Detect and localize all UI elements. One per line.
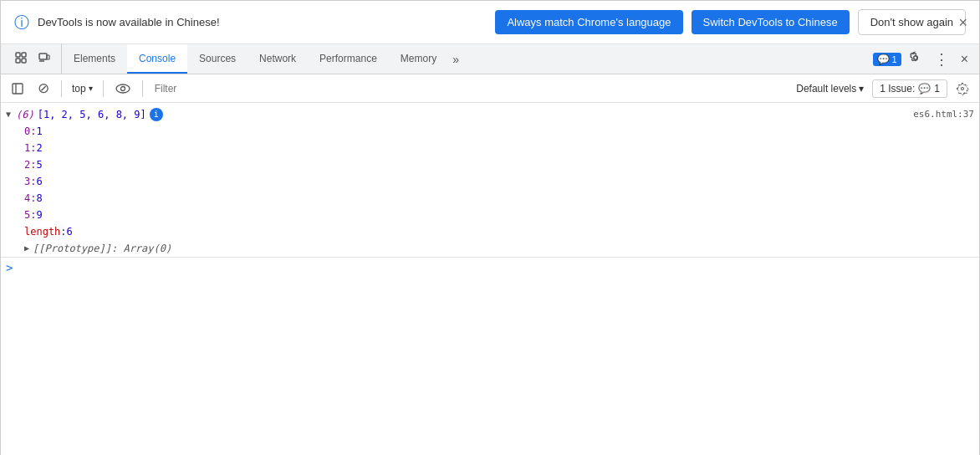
array-item-1: 1: 2: [1, 140, 979, 156]
notification-bar: ⓘ DevTools is now available in Chinese! …: [1, 1, 979, 44]
issues-button[interactable]: 1 Issue: 💬 1: [872, 79, 947, 98]
message-badge-count: 1: [892, 54, 897, 64]
tab-performance[interactable]: Performance: [308, 44, 389, 74]
issue-icon: 💬: [918, 83, 931, 95]
console-array-row: ▼ (6) [1, 2, 5, 6, 8, 9] i es6.html:37: [1, 106, 979, 123]
dont-show-again-button[interactable]: Don't show again: [858, 9, 966, 35]
clear-console-button[interactable]: ⊘: [33, 77, 54, 100]
console-area: ⊘ top ▾ Default levels ▾ 1: [1, 74, 979, 455]
sidebar-toggle-button[interactable]: [6, 79, 29, 98]
more-options-button[interactable]: ⋮: [930, 48, 953, 71]
tab-right-controls: 💬 1 ⋮ ×: [873, 48, 976, 71]
console-output: ▼ (6) [1, 2, 5, 6, 8, 9] i es6.html:37 0…: [1, 103, 979, 455]
toolbar-separator: [61, 80, 62, 97]
svg-point-9: [116, 84, 130, 93]
console-settings-button[interactable]: [951, 79, 974, 98]
array-item-5: 5: 9: [1, 207, 979, 223]
array-prototype: ▶ [[Prototype]]: Array(0): [1, 240, 979, 257]
svg-rect-4: [39, 54, 47, 59]
filter-container: [150, 81, 789, 96]
prototype-expand-arrow[interactable]: ▶: [24, 241, 29, 256]
context-dropdown-icon: ▾: [89, 84, 93, 93]
tab-elements[interactable]: Elements: [62, 44, 127, 74]
message-badge-icon: 💬: [877, 54, 890, 65]
info-icon: ⓘ: [14, 13, 29, 33]
settings-button[interactable]: [905, 49, 926, 70]
array-item-2: 2: 5: [1, 156, 979, 173]
issue-count: 1: [934, 83, 940, 95]
switch-to-chinese-button[interactable]: Switch DevTools to Chinese: [692, 10, 850, 34]
info-badge[interactable]: i: [150, 108, 163, 121]
more-tabs-button[interactable]: »: [448, 50, 463, 69]
svg-rect-5: [47, 55, 49, 59]
array-length: length: 6: [1, 223, 979, 240]
tab-memory[interactable]: Memory: [389, 44, 448, 74]
source-link[interactable]: es6.html:37: [896, 107, 974, 122]
context-selector[interactable]: top ▾: [69, 81, 96, 96]
svg-rect-3: [22, 59, 26, 63]
notification-text: DevTools is now available in Chinese!: [38, 16, 487, 28]
svg-point-10: [120, 86, 125, 90]
array-summary: (6): [16, 107, 34, 122]
toolbar-separator-3: [142, 80, 143, 97]
toolbar-separator-2: [103, 80, 104, 97]
tab-sources[interactable]: Sources: [187, 44, 248, 74]
close-devtools-button[interactable]: ×: [957, 49, 972, 69]
array-item-3: 3: 6: [1, 173, 979, 190]
array-item-0: 0: 1: [1, 123, 979, 140]
svg-rect-7: [13, 84, 23, 94]
eye-toggle-button[interactable]: [110, 80, 135, 97]
tab-console[interactable]: Console: [127, 44, 187, 74]
tab-network[interactable]: Network: [248, 44, 308, 74]
cursor-icon-button[interactable]: [11, 49, 31, 69]
device-toolbar-icon-button[interactable]: [34, 49, 54, 69]
context-value: top: [72, 83, 86, 95]
console-row-main: ▼ (6) [1, 2, 5, 6, 8, 9] i: [6, 107, 896, 122]
svg-rect-0: [16, 53, 20, 57]
array-item-4: 4: 8: [1, 190, 979, 207]
svg-rect-1: [16, 59, 20, 63]
default-levels-button[interactable]: Default levels ▾: [791, 80, 869, 97]
message-badge[interactable]: 💬 1: [873, 53, 901, 66]
levels-dropdown-icon: ▾: [859, 83, 864, 95]
notification-close-button[interactable]: ×: [958, 13, 967, 31]
prototype-text: [[Prototype]]: Array(0): [33, 241, 171, 256]
tab-icon-group: [4, 44, 62, 74]
svg-rect-2: [22, 53, 26, 57]
console-toolbar: ⊘ top ▾ Default levels ▾ 1: [1, 74, 979, 103]
always-match-button[interactable]: Always match Chrome's language: [495, 10, 682, 34]
tab-bar: Elements Console Sources Network Perform…: [1, 44, 979, 74]
array-values: [1, 2, 5, 6, 8, 9]: [38, 107, 146, 122]
expand-arrow[interactable]: ▼: [6, 107, 11, 122]
filter-input[interactable]: [150, 81, 789, 96]
devtools-panel: ⓘ DevTools is now available in Chinese! …: [1, 1, 979, 455]
prompt-arrow[interactable]: >: [6, 261, 13, 274]
issue-label: 1 Issue:: [880, 83, 915, 95]
console-prompt: >: [1, 257, 979, 278]
